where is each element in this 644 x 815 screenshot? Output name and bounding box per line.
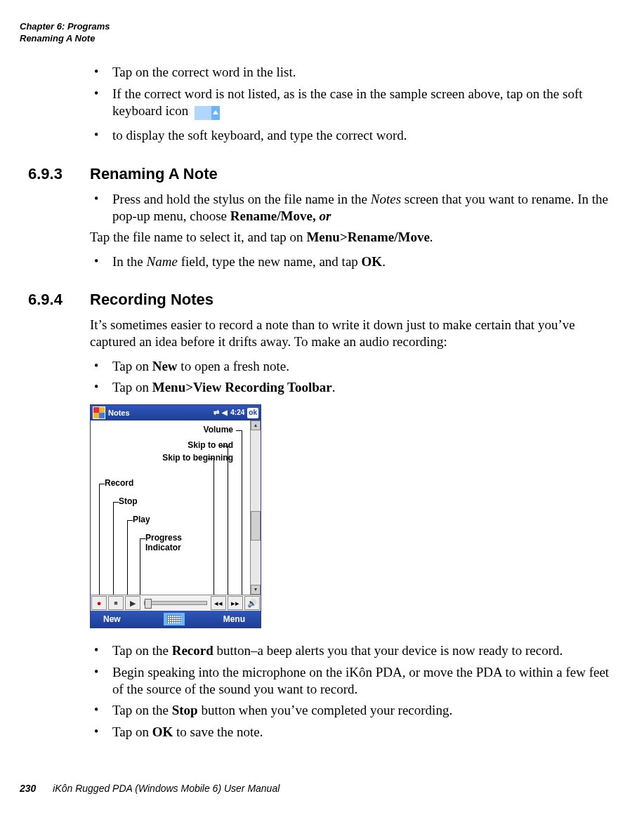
recording-toolbar: ● ■ ▶ ◂◂ ▸▸ 🔊 — [91, 595, 261, 611]
skip-end-button[interactable]: ▸▸ — [228, 596, 243, 610]
section-number: 6.9.3 — [20, 164, 90, 184]
running-header-topic: Renaming A Note — [20, 33, 624, 45]
running-header-chapter: Chapter 6: Programs — [20, 21, 624, 33]
list-text: Tap on the correct word in the list. — [112, 65, 296, 79]
lead-line — [222, 446, 228, 446]
recording-toolbar-screenshot: Notes ⇄ ◀ 4:24 ok Volume Skip to end Ski… — [90, 404, 617, 628]
scrollbar[interactable]: ▴ ▾ — [250, 420, 261, 595]
stop-button[interactable]: ■ — [108, 596, 124, 610]
section-heading-693: 6.9.3Renaming A Note — [90, 164, 617, 184]
pda-body: Volume Skip to end Skip to beginning Rec… — [91, 420, 261, 595]
connectivity-icon[interactable]: ⇄ — [213, 409, 219, 418]
list-text: If the correct word is not listed, as is… — [112, 86, 583, 118]
label-indicator: Indicator — [145, 543, 181, 553]
play-button[interactable]: ▶ — [125, 596, 140, 610]
lead-line — [127, 520, 133, 521]
lead-line — [213, 458, 214, 595]
page-number: 230 — [20, 783, 36, 794]
list-item: Tap on the Record button–a beep alerts y… — [90, 642, 617, 659]
list-item: If the correct word is not listed, as is… — [90, 86, 617, 124]
note-canvas[interactable]: Volume Skip to end Skip to beginning Rec… — [91, 420, 250, 595]
progress-track — [144, 601, 207, 605]
list-item: Press and hold the stylus on the file na… — [90, 191, 617, 225]
scroll-down-button[interactable]: ▾ — [251, 585, 261, 595]
label-stop: Stop — [119, 496, 138, 507]
lead-line — [236, 430, 242, 431]
record-button[interactable]: ● — [91, 596, 107, 610]
manual-title: iKôn Rugged PDA (Windows Mobile 6) User … — [53, 783, 280, 794]
list-text: In the Name field, type the new name, an… — [112, 254, 386, 269]
softkey-new[interactable]: New — [91, 614, 164, 625]
progress-thumb[interactable] — [145, 599, 152, 609]
softkey-menu[interactable]: Menu — [185, 614, 261, 625]
text-correction-steps: Tap on the correct word in the list. If … — [90, 64, 617, 144]
pda-softkey-bar: New Menu — [91, 611, 261, 628]
section-heading-694: 6.9.4Recording Notes — [90, 290, 617, 310]
lead-line — [127, 520, 128, 595]
lead-line — [228, 446, 228, 595]
start-flag-icon[interactable] — [93, 406, 105, 419]
pda-app-title: Notes — [108, 408, 213, 418]
list-item: Tap on the Stop button when you’ve compl… — [90, 702, 617, 719]
rename-name-field-step: In the Name field, type the new name, an… — [90, 253, 617, 270]
label-record: Record — [105, 478, 133, 489]
volume-button[interactable]: 🔊 — [244, 596, 260, 610]
list-text: Tap on New to open a fresh note. — [112, 359, 289, 373]
clock-text: 4:24 — [230, 409, 244, 418]
lead-line — [99, 484, 105, 484]
ok-button[interactable]: ok — [247, 408, 258, 418]
keyboard-icon — [195, 106, 220, 123]
recording-action-steps: Tap on the Record button–a beep alerts y… — [90, 642, 617, 741]
list-text: to display the soft keyboard, and type t… — [112, 128, 407, 143]
pda-window: Notes ⇄ ◀ 4:24 ok Volume Skip to end Ski… — [90, 404, 261, 628]
speaker-icon[interactable]: ◀ — [222, 409, 228, 418]
label-skip-begin: Skip to beginning — [162, 453, 233, 463]
rename-alt-method: Tap the file name to select it, and tap … — [90, 229, 617, 246]
label-play: Play — [133, 515, 150, 525]
list-text: Tap on OK to save the note. — [112, 724, 263, 739]
label-volume: Volume — [204, 425, 233, 435]
scroll-thumb[interactable] — [251, 511, 261, 541]
recording-setup-steps: Tap on New to open a fresh note. Tap on … — [90, 358, 617, 397]
section-title: Renaming A Note — [90, 165, 218, 183]
list-item: to display the soft keyboard, and type t… — [90, 127, 617, 144]
lead-line — [113, 502, 114, 595]
rename-note-steps: Press and hold the stylus on the file na… — [90, 191, 617, 225]
pda-status-area: ⇄ ◀ 4:24 ok — [213, 408, 258, 418]
lead-line — [113, 502, 119, 503]
softkey-keyboard-icon[interactable] — [164, 613, 185, 625]
list-text: Tap on the Record button–a beep alerts y… — [112, 643, 563, 658]
lead-line — [242, 430, 242, 595]
list-item: Tap on the correct word in the list. — [90, 64, 617, 81]
list-item: Begin speaking into the microphone on th… — [90, 664, 617, 698]
list-item: Tap on New to open a fresh note. — [90, 358, 617, 375]
list-text: Press and hold the stylus on the file na… — [112, 192, 608, 223]
progress-slider[interactable] — [141, 595, 210, 611]
section-number: 6.9.4 — [20, 290, 90, 310]
list-text: Begin speaking into the microphone on th… — [112, 665, 609, 696]
lead-line — [99, 484, 100, 595]
list-item: Tap on Menu>View Recording Toolbar. — [90, 379, 617, 396]
list-text: Tap on the Stop button when you’ve compl… — [112, 703, 452, 717]
lead-line — [140, 538, 145, 539]
recording-intro: It’s sometimes easier to record a note t… — [90, 317, 617, 351]
list-item: Tap on OK to save the note. — [90, 724, 617, 741]
section-title: Recording Notes — [90, 291, 213, 308]
skip-begin-button[interactable]: ◂◂ — [211, 596, 226, 610]
list-item: In the Name field, type the new name, an… — [90, 253, 617, 270]
list-text: Tap on Menu>View Recording Toolbar. — [112, 380, 336, 395]
running-header: Chapter 6: Programs Renaming A Note — [20, 21, 624, 44]
lead-line — [208, 458, 213, 459]
page-footer: 230 iKôn Rugged PDA (Windows Mobile 6) U… — [20, 783, 624, 795]
pda-titlebar: Notes ⇄ ◀ 4:24 ok — [91, 405, 261, 420]
scroll-up-button[interactable]: ▴ — [251, 420, 261, 430]
lead-line — [140, 538, 140, 595]
